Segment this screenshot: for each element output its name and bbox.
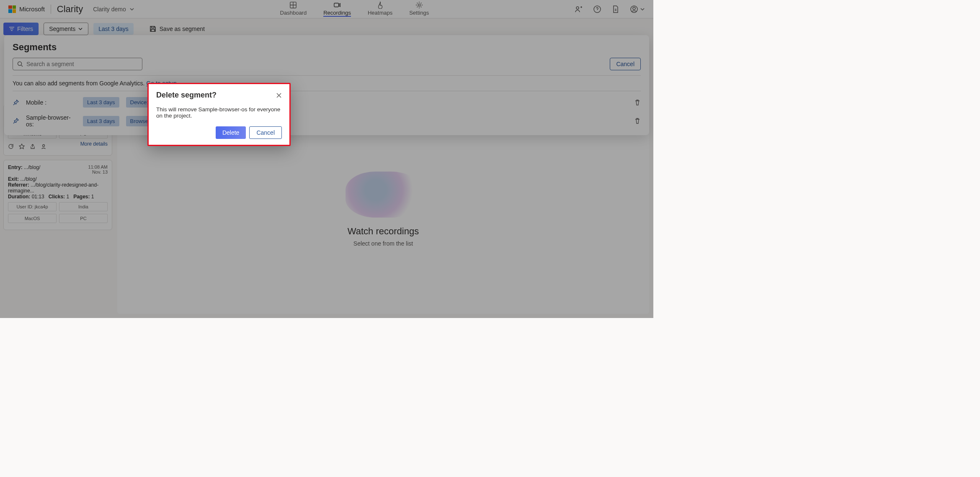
dialog-body: This will remove Sample-browser-os for e… [156,106,282,119]
delete-segment-dialog: Delete segment? This will remove Sample-… [147,83,291,146]
dialog-title: Delete segment? [156,91,217,100]
delete-button[interactable]: Delete [216,126,246,139]
close-icon[interactable] [276,92,282,98]
cancel-button[interactable]: Cancel [249,126,282,139]
modal-backdrop[interactable] [0,0,653,318]
